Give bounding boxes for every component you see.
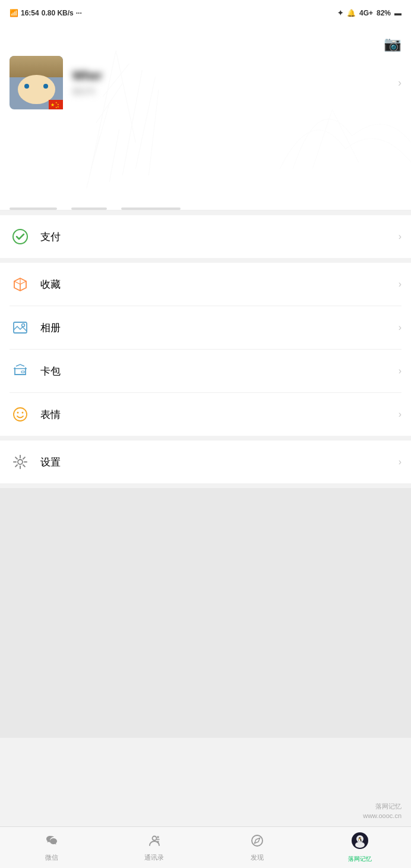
svg-point-25 xyxy=(252,835,263,846)
network-label: 4G+ xyxy=(359,9,373,17)
divider-3 xyxy=(0,436,411,441)
gray-empty-area xyxy=(0,488,411,738)
collect-menu-item[interactable]: 收藏 › xyxy=(0,263,411,306)
dots: ··· xyxy=(76,9,82,17)
svg-point-16 xyxy=(13,229,27,244)
bottom-nav: 微信 通讯录 发现 xyxy=(0,826,411,868)
emoji-arrow-icon: › xyxy=(399,409,401,420)
me-nav-icon: 🐧 xyxy=(351,832,369,853)
signal-icon: 📶 xyxy=(10,9,18,17)
contacts-nav-icon xyxy=(147,834,162,851)
battery-icon: ▬ xyxy=(394,9,401,17)
svg-point-23 xyxy=(18,460,23,464)
svg-point-20 xyxy=(14,408,27,421)
divider-4 xyxy=(0,483,411,488)
time: 16:54 xyxy=(21,9,39,17)
bluetooth-icon: ✦ xyxy=(337,9,343,17)
divider-2 xyxy=(0,258,411,263)
profile-header: 📷 xyxy=(0,26,411,205)
profile-info[interactable]: ★ ★ ★ ★ ★ Wher 微信号 › xyxy=(10,38,401,109)
card-label: 卡包 xyxy=(40,364,399,378)
profile-wechat-id: 微信号 xyxy=(72,86,398,97)
nav-me-label: 落网记忆 xyxy=(348,855,372,863)
profile-text: Wher 微信号 xyxy=(72,69,398,97)
album-menu-item[interactable]: 相册 › xyxy=(0,306,411,349)
bell-icon: 🔔 xyxy=(347,9,356,17)
watermark-line2: www.oooc.cn xyxy=(363,812,401,820)
watermark-line1: 落网记忆 xyxy=(363,802,401,811)
nav-me[interactable]: 🐧 落网记忆 xyxy=(308,828,411,867)
svg-point-22 xyxy=(22,412,24,414)
emoji-icon xyxy=(10,404,31,425)
status-right: ✦ 🔔 4G+ 82% ▬ xyxy=(337,9,401,17)
svg-text:★: ★ xyxy=(50,102,55,108)
payment-icon xyxy=(10,226,31,247)
emoji-menu-item[interactable]: 表情 › xyxy=(0,393,411,436)
svg-line-5 xyxy=(87,136,100,188)
middle-menu-section: 收藏 › 相册 › 卡包 › xyxy=(0,263,411,436)
album-icon xyxy=(10,317,31,338)
payment-arrow-icon: › xyxy=(399,231,401,242)
discover-nav-icon xyxy=(250,834,264,851)
profile-name: Wher xyxy=(72,69,398,83)
svg-rect-19 xyxy=(21,371,24,373)
avatar-hat xyxy=(10,56,63,77)
svg-line-9 xyxy=(109,130,119,182)
nav-wechat-label: 微信 xyxy=(45,853,58,862)
wechat-nav-icon xyxy=(45,834,59,851)
svg-point-21 xyxy=(17,412,19,414)
svg-point-18 xyxy=(22,324,25,327)
payment-label: 支付 xyxy=(40,230,399,244)
divider-1 xyxy=(0,210,411,215)
payment-section: 支付 › xyxy=(0,215,411,258)
speed: 0.80 KB/s xyxy=(42,9,74,17)
watermark: 落网记忆 www.oooc.cn xyxy=(363,802,401,820)
nav-contacts-label: 通讯录 xyxy=(144,853,164,862)
album-label: 相册 xyxy=(40,321,399,335)
card-icon xyxy=(10,360,31,382)
nav-discover-label: 发现 xyxy=(251,853,264,862)
settings-label: 设置 xyxy=(40,455,399,469)
svg-point-24 xyxy=(152,836,156,840)
status-bar: 📶 16:54 0.80 KB/s ··· ✦ 🔔 4G+ 82% ▬ xyxy=(0,0,411,26)
card-menu-item[interactable]: 卡包 › xyxy=(0,350,411,392)
payment-menu-item[interactable]: 支付 › xyxy=(0,215,411,258)
settings-arrow-icon: › xyxy=(399,457,401,467)
collect-icon xyxy=(10,273,31,295)
profile-chevron-icon: › xyxy=(398,77,401,89)
collect-arrow-icon: › xyxy=(399,279,401,290)
album-arrow-icon: › xyxy=(399,322,401,333)
status-left: 📶 16:54 0.80 KB/s ··· xyxy=(10,9,82,17)
collect-label: 收藏 xyxy=(40,278,399,291)
card-arrow-icon: › xyxy=(399,366,401,376)
svg-text:★: ★ xyxy=(55,106,58,109)
svg-point-28 xyxy=(355,842,365,848)
nav-wechat[interactable]: 微信 xyxy=(0,830,103,866)
battery-label: 82% xyxy=(377,9,391,17)
avatar-wrap: ★ ★ ★ ★ ★ xyxy=(10,56,63,109)
nav-contacts[interactable]: 通讯录 xyxy=(103,830,206,866)
settings-icon xyxy=(10,451,31,473)
svg-text:🐧: 🐧 xyxy=(357,836,363,842)
svg-line-4 xyxy=(93,103,110,162)
nav-discover[interactable]: 发现 xyxy=(206,830,308,866)
settings-section: 设置 › xyxy=(0,441,411,483)
camera-button[interactable]: 📷 xyxy=(384,36,401,52)
emoji-label: 表情 xyxy=(40,408,399,422)
settings-menu-item[interactable]: 设置 › xyxy=(0,441,411,483)
china-flag-badge: ★ ★ ★ ★ ★ xyxy=(49,100,63,109)
